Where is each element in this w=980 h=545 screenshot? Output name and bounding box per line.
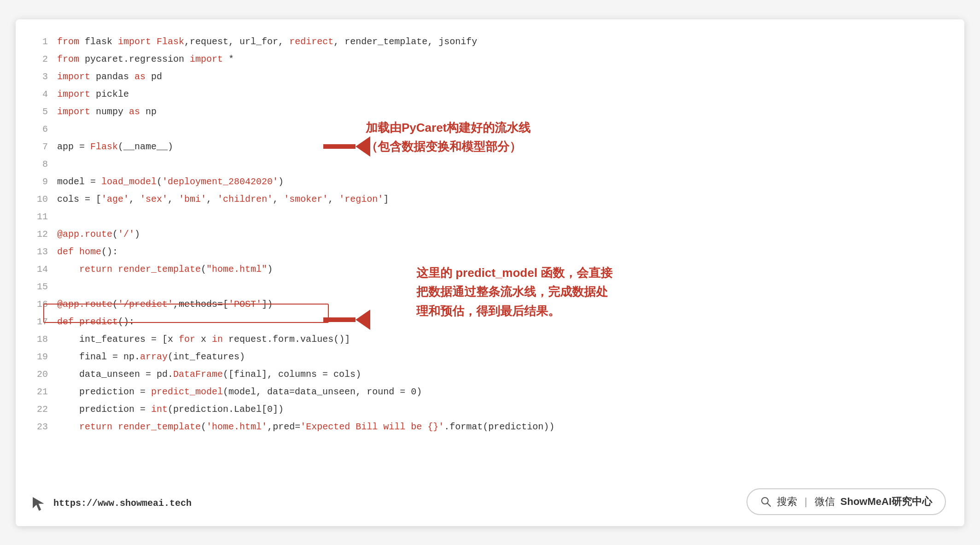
footer-url: https://www.showmeai.tech [53,498,192,509]
annotation-text-2: 这里的 predict_model 函数，会直接 把数据通过整条流水线，完成数据… [416,264,612,321]
code-line-11: 11 [34,208,946,226]
code-line-2: 2 from pycaret.regression import * [34,51,946,68]
search-icon [760,496,771,507]
code-line-4: 4 import pickle [34,86,946,103]
code-line-9: 9 model = load_model('deployment_2804202… [34,173,946,191]
annotation-arrow-2 [323,310,370,330]
annotation-arrow-1 [323,136,370,157]
code-line-23: 23 return render_template('home.html',pr… [34,418,946,436]
search-badge[interactable]: 搜索 | 微信 ShowMeAI研究中心 [747,488,946,515]
big-arrow-2 [323,310,370,330]
code-line-12: 12 @app.route('/') [34,226,946,243]
brand-name: ShowMeAI研究中心 [840,495,932,509]
wechat-label: 微信 [815,495,835,509]
code-line-10: 10 cols = ['age', 'sex', 'bmi', 'childre… [34,191,946,208]
annotation-text-1: 加载由PyCaret构建好的流水线 （包含数据变换和模型部分） [366,118,531,157]
footer: https://www.showmeai.tech [29,495,192,512]
code-line-3: 3 import pandas as pd [34,68,946,86]
code-line-1: 1 from flask import Flask,request, url_f… [34,33,946,51]
code-line-20: 20 data_unseen = pd.DataFrame([final], c… [34,366,946,383]
code-line-13: 13 def home(): [34,243,946,261]
code-line-19: 19 final = np.array(int_features) [34,348,946,366]
code-line-8: 8 [34,156,946,173]
code-area: 1 from flask import Flask,request, url_f… [34,33,946,436]
cursor-icon [29,495,47,512]
main-container: 1 from flask import Flask,request, url_f… [16,19,964,526]
divider: | [805,496,807,508]
code-line-22: 22 prediction = int(prediction.Label[0]) [34,401,946,418]
code-line-21: 21 prediction = predict_model(model, dat… [34,383,946,401]
big-arrow-1 [323,136,370,157]
svg-line-1 [768,503,771,506]
code-line-18: 18 int_features = [x for x in request.fo… [34,331,946,348]
search-label: 搜索 [777,495,797,509]
